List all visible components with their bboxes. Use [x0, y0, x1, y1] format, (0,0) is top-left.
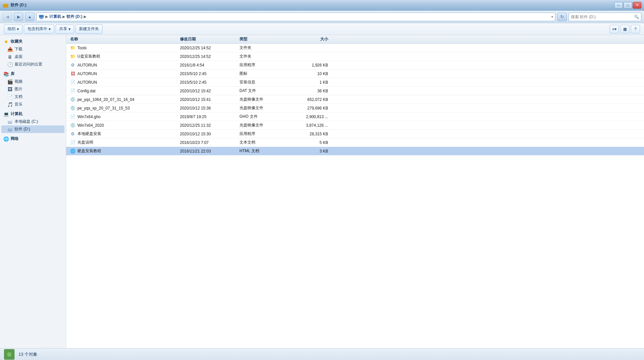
sidebar-header-library[interactable]: 📚 库: [1, 70, 64, 78]
file-type-cell: 光盘映像文件: [239, 105, 286, 111]
pane-button[interactable]: ▦: [620, 25, 629, 33]
file-name-cell: 🖼 AUTORUN: [67, 71, 180, 76]
sidebar-item-music[interactable]: 🎵 音乐: [1, 101, 64, 108]
table-row[interactable]: 📁 U盘安装教程 2020/12/25 14:52 文件夹: [66, 52, 644, 61]
file-size-cell: 28,315 KB: [286, 132, 332, 136]
sidebar-item-drive-c[interactable]: 🖴 本地磁盘 (C:): [1, 118, 64, 125]
desktop-label: 桌面: [15, 54, 22, 60]
titlebar-left: 软件 (D:): [3, 2, 26, 8]
table-row[interactable]: 📄 Config.dat 2020/10/12 15:42 DAT 文件 36 …: [66, 87, 644, 95]
table-row[interactable]: 🖼 AUTORUN 2015/5/10 2:45 图标 10 KB: [66, 69, 644, 78]
table-row[interactable]: 📄 AUTORUN 2015/5/10 2:45 安装信息 1 KB: [66, 78, 644, 87]
file-rows-container: 📁 Tools 2020/12/25 14:52 文件夹 📁 U盘安装教程 20…: [66, 44, 644, 156]
file-icon: 📄: [70, 80, 75, 85]
organize-button[interactable]: 组织 ▾: [4, 24, 22, 34]
sidebar-item-videos[interactable]: 🎬 视频: [1, 78, 64, 85]
music-icon: 🎵: [7, 102, 13, 107]
refresh-button[interactable]: ↻: [557, 13, 567, 21]
new-folder-button[interactable]: 新建文件夹: [75, 24, 103, 34]
sidebar-item-desktop[interactable]: 🖥 桌面: [1, 53, 64, 61]
sidebar-item-images[interactable]: 🖼 图片: [1, 85, 64, 93]
desktop-icon: 🖥: [7, 54, 13, 60]
sidebar-header-network[interactable]: 🌐 网络: [1, 135, 64, 143]
column-header-name[interactable]: 名称: [67, 36, 180, 42]
library-label: 库: [11, 71, 15, 77]
table-row[interactable]: 📄 光盘说明 2016/10/23 7:07 文本文档 5 KB: [66, 138, 644, 147]
column-header-size[interactable]: 大小: [286, 36, 332, 42]
file-icon: 💿: [70, 97, 75, 102]
file-name: Config.dat: [77, 89, 96, 93]
file-icon: 💿: [70, 123, 75, 128]
computer-section: 💻 计算机 🖴 本地磁盘 (C:) 🖴 软件 (D:): [1, 110, 64, 133]
folder-titlebar-icon: [3, 2, 9, 8]
file-type-cell: 应用程序: [239, 131, 286, 137]
include-library-button[interactable]: 包含到库中 ▾: [24, 24, 54, 34]
file-size-cell: 10 KB: [286, 71, 332, 76]
address-crumb-drive[interactable]: 软件 (D:): [66, 14, 82, 20]
help-button[interactable]: ?: [631, 25, 640, 33]
pane-icon: ▦: [623, 27, 627, 31]
view-button[interactable]: ≡ ▾: [610, 25, 619, 33]
docs-icon: 📄: [7, 94, 13, 100]
sidebar-header-favorites[interactable]: ★ 收藏夹: [1, 38, 64, 45]
file-date-cell: 2020/10/12 15:41: [180, 97, 239, 102]
sidebar-header-computer[interactable]: 💻 计算机: [1, 110, 64, 118]
address-dropdown[interactable]: ▾: [551, 15, 553, 19]
table-row[interactable]: ⚙ AUTORUN 2016/1/8 4:54 应用程序 1,926 KB: [66, 61, 644, 69]
network-icon: 🌐: [3, 136, 9, 142]
table-row[interactable]: 💿 Win7x64_2020 2020/12/25 11:32 光盘映像文件 3…: [66, 121, 644, 130]
file-name: AUTORUN: [77, 63, 97, 68]
column-header-date[interactable]: 修改日期: [180, 36, 239, 42]
docs-label: 文档: [15, 94, 22, 100]
file-date-cell: 2015/5/10 2:45: [180, 71, 239, 76]
file-name-cell: 📄 AUTORUN: [67, 80, 180, 85]
star-icon: ★: [3, 39, 9, 44]
address-box[interactable]: ▶ 计算机 ▶ 软件 (D:) ▶ ▾: [36, 13, 555, 21]
maximize-button[interactable]: □: [623, 2, 632, 9]
file-size-cell: 3,874,126 ...: [286, 123, 332, 128]
downloads-label: 下载: [15, 46, 22, 52]
table-row[interactable]: 💿 pe_yqs_1064_20_07_31_16_04 2020/10/12 …: [66, 95, 644, 104]
file-type-cell: 图标: [239, 71, 286, 76]
file-type-cell: 光盘映像文件: [239, 97, 286, 102]
close-button[interactable]: ✕: [633, 2, 641, 9]
address-crumb-computer[interactable]: 计算机: [49, 14, 61, 20]
up-button[interactable]: ▲: [25, 13, 34, 21]
file-size-cell: 1,926 KB: [286, 63, 332, 68]
drive-d-icon: 🖴: [7, 127, 13, 132]
back-button[interactable]: ◀: [3, 13, 12, 21]
file-type-cell: 文本文档: [239, 140, 286, 145]
favorites-label: 收藏夹: [11, 39, 22, 44]
sidebar-item-recent[interactable]: 🕐 最近访问的位置: [1, 61, 64, 68]
sidebar-item-downloads[interactable]: 📥 下载: [1, 45, 64, 53]
sidebar-item-drive-d[interactable]: 🖴 软件 (D:): [1, 125, 64, 133]
table-row[interactable]: 📁 Tools 2020/12/25 14:52 文件夹: [66, 44, 644, 52]
file-name: AUTORUN: [77, 80, 97, 85]
status-icon: [4, 349, 15, 360]
videos-label: 视频: [15, 79, 22, 84]
file-icon: ⚙: [70, 131, 75, 137]
file-type-cell: 文件夹: [239, 45, 286, 51]
file-name-cell: 📁 U盘安装教程: [67, 54, 180, 59]
file-date-cell: 2016/1/8 4:54: [180, 63, 239, 68]
sidebar-item-docs[interactable]: 📄 文档: [1, 93, 64, 101]
table-row[interactable]: 💿 pe_yqs_xp_20_07_31_15_53 2020/10/12 15…: [66, 104, 644, 112]
search-icon[interactable]: 🔍: [634, 15, 639, 19]
status-count: 13 个对象: [19, 351, 37, 357]
file-icon: ⚙: [70, 63, 75, 68]
file-icon: 📁: [70, 54, 75, 59]
file-name-cell: 📄 Config.dat: [67, 88, 180, 94]
table-row[interactable]: ⚙ 本地硬盘安装 2020/10/12 15:30 应用程序 28,315 KB: [66, 130, 644, 138]
file-size-cell: 2,900,813 ...: [286, 114, 332, 119]
file-date-cell: 2015/5/10 2:45: [180, 80, 239, 85]
column-header-type[interactable]: 类型: [239, 36, 286, 42]
table-row[interactable]: 🌐 硬盘安装教程 2016/11/21 22:03 HTML 文档 3 KB: [66, 147, 644, 156]
library-icon: 📚: [3, 71, 9, 77]
table-row[interactable]: 📄 Win7x64.gho 2019/9/7 19:25 GHO 文件 2,90…: [66, 112, 644, 121]
minimize-button[interactable]: ─: [614, 2, 623, 9]
forward-button[interactable]: ▶: [14, 13, 23, 21]
search-box[interactable]: 🔍: [569, 13, 641, 21]
organize-dropdown-icon: ▾: [17, 27, 19, 31]
share-button[interactable]: 共享 ▾: [56, 24, 74, 34]
search-input[interactable]: [571, 15, 634, 19]
